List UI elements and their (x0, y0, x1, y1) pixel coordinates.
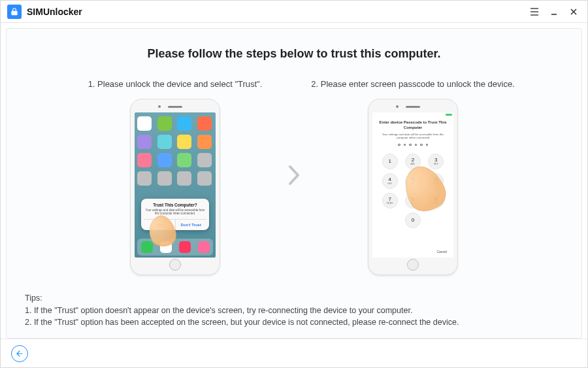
tips-line-1: 1. If the "Trust" option doesn't appear … (25, 305, 563, 317)
keypad-key-8: 8TUV (405, 193, 421, 209)
keypad-sub: TUV (411, 203, 416, 205)
steps-row: 1. Please unlock the device and select "… (25, 79, 563, 275)
keypad-num: 3 (434, 158, 437, 163)
keypad-num: 0 (412, 218, 414, 223)
app-tile (197, 153, 212, 167)
chevron-right-icon (287, 164, 301, 191)
app-tile (177, 171, 191, 186)
trust-dialog: Trust This Computer? Your settings and d… (141, 199, 209, 230)
dock-tile (141, 241, 153, 253)
app-tile (157, 116, 172, 131)
keypad-key-9: 9WXYZ (428, 193, 444, 209)
keypad-num: 5 (412, 177, 414, 182)
trust-dialog-title: Trust This Computer? (144, 203, 206, 207)
dock-tile (160, 241, 172, 253)
step-1-label: 1. Please unlock the device and select "… (71, 79, 280, 91)
phone-illustration-2: Enter device Passcode to Trust This Comp… (368, 99, 458, 275)
tips-line-2: 2. If the "Trust" option has been accept… (25, 316, 563, 329)
app-tile (157, 171, 172, 186)
footer-bar (1, 339, 587, 367)
keypad-num: 4 (388, 177, 391, 182)
dock-tile (179, 241, 191, 253)
keypad-num: 1 (388, 159, 391, 164)
keypad-sub: DEF (434, 163, 438, 165)
keypad-key-7: 7PQRS (382, 193, 398, 209)
app-tile (197, 171, 212, 186)
keypad-key-1: 1 (382, 154, 398, 169)
keypad-key-2: 2ABC (405, 154, 421, 169)
back-button[interactable] (11, 345, 28, 362)
keypad-key-5: 5JKL (405, 173, 421, 189)
menu-icon[interactable] (525, 3, 544, 21)
app-tile (137, 153, 152, 167)
tips: Tips: 1. If the "Trust" option doesn't a… (25, 292, 563, 329)
close-button[interactable] (564, 3, 583, 21)
trust-button: Trust (144, 220, 175, 230)
keypad-num: 6 (434, 177, 437, 182)
passcode-keypad: 12ABC3DEF4GHI5JKL6MNO7PQRS8TUV9WXYZ0 (372, 154, 453, 228)
app-tile (197, 116, 212, 131)
keypad-num: 8 (412, 197, 414, 202)
app-tile (137, 135, 152, 149)
app-lock-icon (7, 5, 22, 19)
step-1: 1. Please unlock the device and select "… (71, 79, 280, 275)
app-title: SIMUnlocker (27, 7, 82, 17)
passcode-title: Enter device Passcode to Trust This Comp… (372, 120, 453, 130)
keypad-num: 7 (388, 197, 391, 202)
dont-trust-button: Don't Trust (175, 220, 207, 230)
keypad-key-0: 0 (405, 212, 421, 228)
app-tile (177, 135, 191, 149)
passcode-subtitle: Your settings and data will be accessibl… (372, 133, 453, 140)
keypad-num: 2 (412, 158, 414, 163)
passcode-dots (372, 144, 453, 146)
content-panel: Please follow the steps below to trust t… (6, 28, 582, 339)
phone-illustration-1: Trust This Computer? Your settings and d… (130, 99, 220, 275)
keypad-key-6: 6MNO (428, 173, 444, 189)
app-tile (157, 135, 172, 149)
dock-tile (198, 241, 210, 253)
app-tile (137, 116, 152, 131)
tips-header: Tips: (25, 292, 563, 305)
phone-screen-home: Trust This Computer? Your settings and d… (135, 112, 216, 258)
keypad-num: 9 (434, 197, 437, 202)
step-2-label: 2. Please enter screen passcode to unloc… (308, 79, 517, 91)
app-tile (197, 135, 212, 149)
step-2: 2. Please enter screen passcode to unloc… (308, 79, 517, 275)
keypad-sub: GHI (388, 183, 392, 185)
keypad-sub: ABC (410, 163, 415, 165)
app-tile (177, 116, 191, 131)
minimize-button[interactable] (544, 3, 564, 21)
keypad-sub: MNO (433, 183, 438, 185)
app-tile (177, 153, 191, 167)
page-heading: Please follow the steps below to trust t… (25, 47, 563, 61)
keypad-sub: WXYZ (433, 203, 439, 205)
title-bar: SIMUnlocker (1, 1, 587, 23)
phone-screen-passcode: Enter device Passcode to Trust This Comp… (372, 112, 453, 258)
app-tile (137, 171, 152, 186)
keypad-key-3: 3DEF (428, 154, 444, 169)
passcode-cancel: Cancel (436, 250, 447, 254)
keypad-key-4: 4GHI (382, 173, 398, 189)
trust-dialog-body: Your settings and data will be accessibl… (144, 209, 206, 216)
keypad-sub: PQRS (387, 203, 393, 205)
app-tile (157, 153, 172, 167)
keypad-sub: JKL (411, 183, 415, 185)
